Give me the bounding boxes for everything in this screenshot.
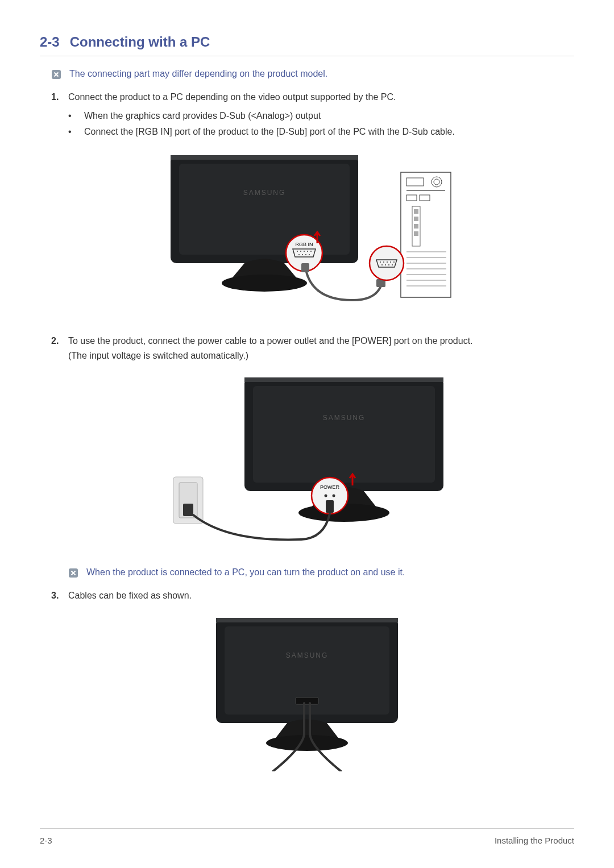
svg-rect-3 [179, 164, 350, 255]
svg-text:RGB IN: RGB IN [295, 242, 313, 247]
svg-rect-62 [216, 618, 398, 622]
svg-point-65 [266, 735, 348, 751]
step-3: 3. Cables can be fixed as shown. [51, 588, 574, 603]
section-number: 2-3 [40, 34, 60, 50]
section-heading: 2-3 Connecting with a PC [40, 34, 574, 56]
brand-label: SAMSUNG [243, 189, 286, 197]
svg-text:POWER: POWER [320, 484, 340, 490]
step-2: 2. To use the product, connect the power… [51, 334, 574, 363]
svg-text:SAMSUNG: SAMSUNG [323, 414, 366, 422]
svg-point-15 [309, 254, 310, 255]
svg-point-39 [383, 261, 384, 263]
note-row-2: When the product is connected to a PC, y… [68, 567, 574, 578]
list-item: • When the graphics card provides D-Sub … [68, 108, 574, 124]
svg-rect-22 [406, 190, 445, 191]
page-footer: 2-3 Installing the Product [40, 828, 574, 845]
svg-rect-34 [414, 217, 418, 221]
svg-rect-48 [244, 377, 443, 382]
note-text-2: When the product is connected to a PC, y… [86, 567, 405, 578]
svg-rect-56 [326, 500, 334, 513]
svg-point-45 [388, 264, 389, 265]
svg-point-4 [222, 275, 307, 292]
svg-point-41 [390, 261, 391, 263]
note-icon [68, 568, 78, 578]
svg-point-44 [385, 264, 386, 265]
figure-rgb-connection: SAMSUNG RGB IN [40, 149, 574, 317]
note-text-1: The connecting part may differ depending… [69, 69, 327, 79]
svg-text:SAMSUNG: SAMSUNG [286, 651, 329, 659]
step-1-number: 1. [51, 90, 64, 105]
svg-point-7 [297, 251, 298, 252]
svg-point-9 [304, 251, 305, 252]
svg-rect-35 [414, 224, 418, 229]
svg-point-46 [392, 264, 393, 265]
svg-point-42 [393, 261, 395, 263]
svg-rect-36 [414, 231, 418, 236]
step-3-text: Cables can be fixed as shown. [68, 588, 574, 603]
step-1-bullets: • When the graphics card provides D-Sub … [68, 108, 574, 141]
section-title: Connecting with a PC [70, 34, 210, 50]
svg-rect-49 [253, 386, 435, 483]
svg-point-8 [300, 251, 301, 252]
svg-rect-2 [171, 155, 358, 160]
step-2-text-2: (The input voltage is switched automatic… [68, 351, 248, 360]
svg-point-43 [381, 264, 383, 265]
step-1-text: Connect the product to a PC depending on… [68, 90, 574, 105]
note-row-1: The connecting part may differ depending… [51, 69, 574, 80]
step-2-number: 2. [51, 334, 64, 363]
svg-point-37 [370, 246, 404, 280]
bullet-dot-icon: • [68, 108, 74, 124]
svg-rect-59 [183, 504, 193, 516]
svg-point-13 [302, 254, 303, 255]
bullet-text: Connect the [RGB IN] port of the product… [84, 124, 455, 140]
step-3-number: 3. [51, 588, 64, 603]
svg-point-40 [387, 261, 388, 263]
svg-point-11 [310, 251, 312, 252]
figure-power-connection: SAMSUNG POWER [40, 372, 574, 550]
figure-cable-management: SAMSUNG [40, 612, 574, 774]
svg-point-12 [298, 254, 300, 255]
svg-point-38 [380, 261, 381, 263]
svg-point-55 [333, 495, 335, 497]
svg-rect-66 [296, 697, 318, 704]
step-2-text: To use the product, connect the power ca… [68, 336, 473, 346]
svg-point-10 [307, 251, 308, 252]
svg-point-54 [325, 495, 327, 497]
svg-rect-33 [414, 209, 418, 214]
step-1: 1. Connect the product to a PC depending… [51, 90, 574, 105]
svg-rect-16 [301, 263, 309, 272]
note-icon [51, 69, 61, 80]
footer-left: 2-3 [40, 836, 52, 845]
list-item: • Connect the [RGB IN] port of the produ… [68, 124, 574, 140]
bullet-dot-icon: • [68, 124, 74, 140]
footer-right: Installing the Product [495, 836, 574, 845]
bullet-text: When the graphics card provides D-Sub (<… [84, 108, 321, 124]
svg-point-14 [305, 254, 306, 255]
